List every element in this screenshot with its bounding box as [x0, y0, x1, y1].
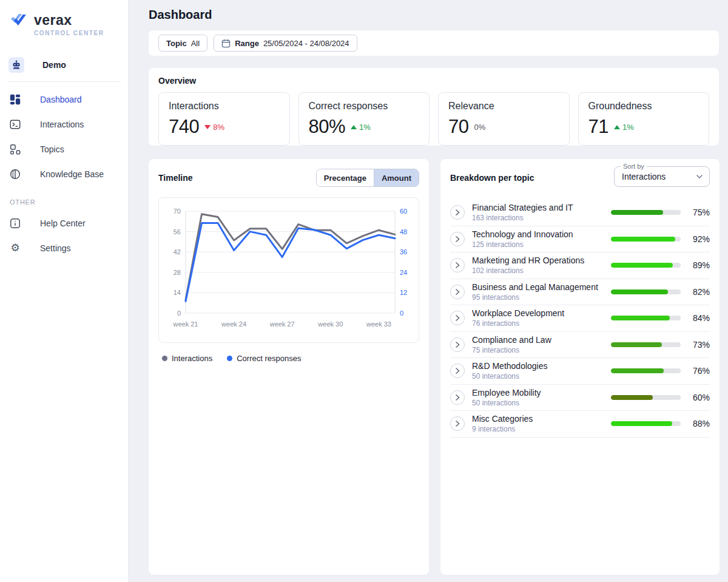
topic-progress-track: [611, 237, 681, 242]
arrow-up-icon: [614, 125, 620, 129]
sidebar-item-settings[interactable]: ⚙ Settings: [0, 235, 128, 260]
sort-by-value: Interactions: [622, 172, 666, 181]
chevron-right-icon[interactable]: [450, 337, 465, 352]
chevron-right-icon[interactable]: [450, 364, 465, 378]
svg-text:56: 56: [174, 228, 181, 235]
topic-progress-fill: [611, 395, 653, 400]
sort-by-select[interactable]: Sort by Interactions: [614, 166, 710, 187]
legend-item: Correct responses: [227, 354, 301, 363]
sidebar-item-interactions[interactable]: Interactions: [0, 112, 128, 137]
sidebar-divider: [7, 81, 121, 82]
robot-icon: [8, 57, 24, 73]
svg-text:14: 14: [174, 289, 181, 296]
main-content: Dashboard Topic All Range 25/05/2024 - 2…: [129, 0, 728, 582]
topic-row: Technology and Innovation125 interaction…: [450, 226, 710, 253]
chevron-right-icon[interactable]: [450, 285, 465, 299]
sidebar: verax CONTROL CENTER Demo D: [0, 0, 129, 582]
topic-progress-track: [611, 342, 681, 347]
topic-progress-fill: [611, 316, 670, 320]
percentage-toggle-button[interactable]: Precentage: [317, 169, 374, 186]
topic-name: Business and Legal Management: [472, 282, 604, 292]
stat-label: Relevance: [448, 101, 559, 112]
topic-filter-value: All: [191, 39, 200, 48]
topic-progress-track: [611, 289, 681, 294]
arrow-up-icon: [351, 125, 357, 129]
sidebar-item-knowledge-base[interactable]: Knowledge Base: [0, 161, 128, 186]
topic-name: Employee Mobility: [472, 388, 604, 398]
stat-delta: 1%: [351, 123, 371, 132]
breakdown-section: Breakdown per topic Sort by Interactions…: [440, 159, 720, 575]
chevron-right-icon[interactable]: [450, 390, 465, 405]
topic-progress-fill: [611, 342, 662, 347]
calendar-icon: [221, 39, 231, 48]
topic-progress-fill: [611, 368, 664, 373]
stat-card: Relevance700%: [438, 92, 570, 146]
timeline-section: Timeline Precentage Amount 0014122824423…: [149, 159, 429, 575]
topic-progress-track: [611, 368, 681, 373]
terminal-icon: [8, 118, 22, 130]
workspace-switcher[interactable]: Demo: [0, 50, 128, 80]
timeline-chart-container: 0014122824423656487060week 21week 24week…: [158, 197, 419, 343]
topic-interactions-count: 95 interactions: [472, 293, 604, 302]
sidebar-item-help-center[interactable]: Help Center: [0, 211, 128, 235]
chart-legend: InteractionsCorrect responses: [158, 354, 419, 363]
topic-name: R&D Methodologies: [472, 361, 604, 371]
topic-row: Business and Legal Management95 interact…: [450, 279, 710, 306]
range-filter-value: 25/05/2024 - 24/08/2024: [263, 39, 349, 48]
chevron-right-icon[interactable]: [450, 205, 465, 220]
sidebar-section-other: OTHER: [0, 186, 128, 211]
svg-text:28: 28: [174, 269, 181, 276]
stat-value: 740: [169, 116, 199, 138]
stat-label: Groundedness: [588, 101, 699, 112]
sidebar-item-topics[interactable]: Topics: [0, 137, 128, 161]
topic-interactions-count: 50 interactions: [472, 399, 604, 407]
range-filter-label: Range: [235, 39, 259, 48]
topic-progress-fill: [611, 210, 663, 215]
sidebar-item-dashboard[interactable]: Dashboard: [0, 87, 128, 112]
topic-row: Marketing and HR Operations102 interacti…: [450, 252, 710, 279]
svg-text:12: 12: [400, 289, 407, 296]
svg-text:week 24: week 24: [221, 320, 246, 328]
topic-name: Misc Categories: [472, 414, 604, 424]
chevron-right-icon[interactable]: [450, 311, 465, 325]
stats-grid: Interactions7408%Correct responses80%1%R…: [158, 92, 709, 146]
chart-line-interactions: [186, 214, 395, 300]
topic-interactions-count: 75 interactions: [472, 346, 604, 354]
stat-delta: 0%: [474, 123, 485, 132]
brand-name: verax: [34, 12, 72, 29]
sort-by-label: Sort by: [621, 163, 647, 170]
topic-interactions-count: 76 interactions: [472, 319, 604, 328]
topic-interactions-count: 50 interactions: [472, 372, 604, 381]
chevron-right-icon[interactable]: [450, 416, 465, 431]
sidebar-item-label: Knowledge Base: [40, 169, 104, 179]
topic-percent: 89%: [688, 260, 710, 270]
topic-progress-fill: [611, 289, 668, 294]
brand-subtitle: CONTROL CENTER: [34, 30, 118, 36]
topic-percent: 76%: [688, 366, 710, 376]
topic-row: Employee Mobility50 interactions60%: [450, 385, 710, 411]
sidebar-item-label: Settings: [40, 243, 71, 253]
chevron-right-icon[interactable]: [450, 258, 465, 272]
timeline-unit-toggle: Precentage Amount: [316, 169, 419, 187]
svg-text:week 21: week 21: [173, 320, 198, 328]
topic-filter-button[interactable]: Topic All: [158, 35, 207, 52]
gear-icon: ⚙: [8, 243, 22, 253]
topics-icon: [8, 143, 22, 155]
stat-delta: 8%: [204, 123, 224, 132]
topic-name: Compliance and Law: [472, 335, 604, 345]
stat-card: Groundedness711%: [578, 92, 710, 146]
legend-dot-icon: [162, 356, 167, 361]
sidebar-item-label: Topics: [40, 144, 64, 154]
range-filter-button[interactable]: Range 25/05/2024 - 24/08/2024: [214, 35, 357, 52]
topic-name: Technology and Innovation: [472, 229, 604, 239]
info-icon: [8, 217, 22, 229]
knowledge-base-icon: [8, 168, 22, 180]
topic-name: Workplace Development: [472, 308, 604, 318]
topic-name: Marketing and HR Operations: [472, 255, 604, 265]
logo: verax CONTROL CENTER: [0, 0, 128, 41]
svg-text:24: 24: [400, 269, 407, 276]
topic-name: Financial Strategies and IT: [472, 203, 604, 212]
amount-toggle-button[interactable]: Amount: [374, 169, 419, 186]
chevron-right-icon[interactable]: [450, 232, 465, 246]
topic-percent: 73%: [688, 340, 710, 350]
